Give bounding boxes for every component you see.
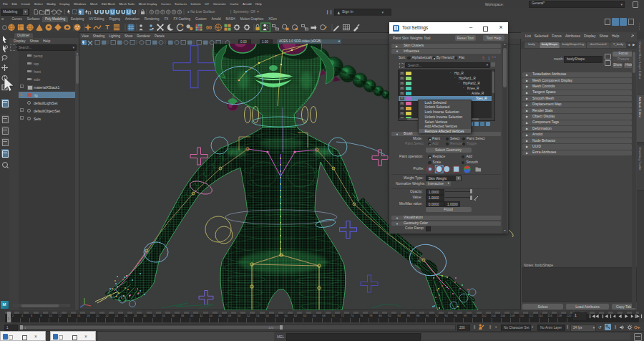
- svg-text:00: 00: [206, 24, 212, 31]
- svg-text:T: T: [105, 24, 109, 31]
